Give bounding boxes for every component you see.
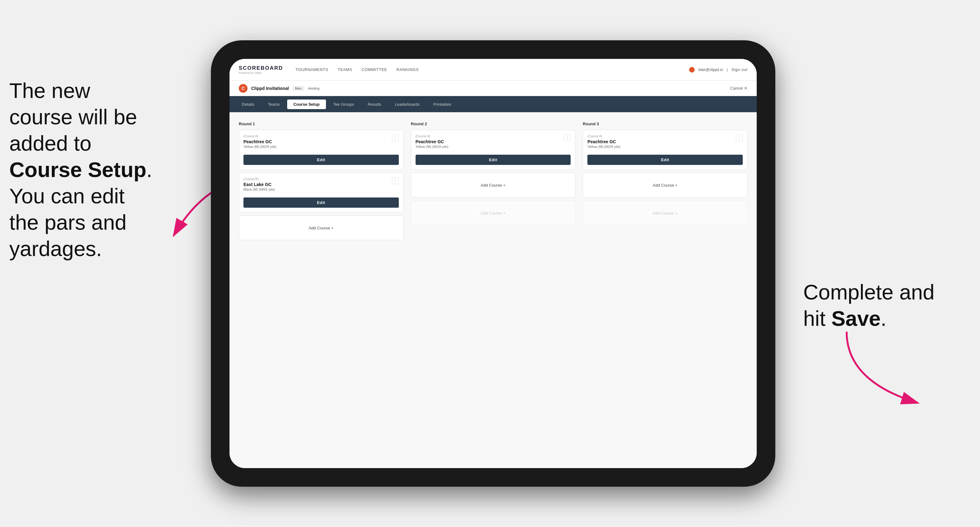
tab-teams[interactable]: Teams: [262, 100, 286, 109]
tournament-bar: C Clippd Invitational Men Hosting Cancel…: [229, 81, 757, 96]
tab-course-setup[interactable]: Course Setup: [287, 100, 326, 109]
user-avatar: [689, 67, 695, 73]
scoreboard-logo: SCOREBOARD Powered by clippd: [239, 65, 283, 75]
tab-details[interactable]: Details: [236, 100, 261, 109]
nav-tournaments[interactable]: TOURNAMENTS: [296, 67, 328, 72]
hosting-badge: Hosting: [308, 86, 320, 90]
round-2-add-course-2: Add Course +: [411, 200, 576, 225]
round-3-course-a-details: Yellow (M) (6629 yds): [587, 145, 620, 149]
round-2-course-a-card: (Course A) Peachtree GC Yellow (M) (6629…: [411, 130, 576, 170]
nav-rankings[interactable]: RANKINGS: [396, 67, 419, 72]
round-3-add-course-2: Add Course +: [583, 200, 748, 225]
round-3-course-a-card: (Course A) Peachtree GC Yellow (M) (6629…: [583, 130, 748, 170]
card-actions-b: ⋮: [392, 177, 399, 184]
round-2-add-course-1[interactable]: Add Course +: [411, 173, 576, 197]
round-2-course-a-name: Peachtree GC: [415, 139, 449, 144]
round-1-course-a-card: (Course A) Peachtree GC Yellow (M) (6629…: [239, 130, 404, 170]
cancel-icon: ✕: [744, 86, 748, 90]
round-3-add-course-1-text: Add Course +: [653, 183, 678, 187]
r3-card-action-btn[interactable]: ⋮: [736, 135, 743, 141]
round-3-column: Round 3 (Course A) Peachtree GC Yellow (…: [583, 122, 748, 243]
card-header: (Course A) Peachtree GC Yellow (M) (6629…: [243, 135, 399, 152]
arrow-right-icon: [831, 325, 949, 419]
round-3-add-course-1[interactable]: Add Course +: [583, 173, 748, 197]
powered-by: Powered by clippd: [239, 71, 283, 75]
r2-card-actions: ⋮: [564, 135, 571, 141]
tab-printables[interactable]: Printables: [427, 100, 457, 109]
round-1-course-b-details: Black (M) (6891 yds): [243, 187, 275, 191]
main-content: Round 1 (Course A) Peachtree GC Yellow (…: [229, 112, 757, 468]
round-1-course-b-edit-btn[interactable]: Edit: [243, 197, 399, 208]
tournament-name: Clippd Invitational: [251, 86, 289, 91]
round-1-column: Round 1 (Course A) Peachtree GC Yellow (…: [239, 122, 404, 243]
round-3-add-course-2-text: Add Course +: [653, 211, 678, 216]
tournament-logo: C: [239, 84, 248, 93]
nav-left: SCOREBOARD Powered by clippd TOURNAMENTS…: [239, 65, 419, 75]
round-1-course-b-card: (Course B) East Lake GC Black (M) (6891 …: [239, 173, 404, 212]
cancel-button[interactable]: Cancel ✕: [730, 86, 748, 90]
nav-separator: |: [727, 68, 727, 72]
annotation-right: Complete and hit Save.: [803, 279, 971, 332]
nav-right: blair@clippd.io | Sign out: [689, 67, 748, 73]
round-2-column: Round 2 (Course A) Peachtree GC Yellow (…: [411, 122, 576, 243]
cancel-label: Cancel: [730, 86, 743, 90]
sign-out-link[interactable]: Sign out: [731, 67, 748, 72]
card-action-btn-b[interactable]: ⋮: [392, 177, 399, 184]
round-1-label: Round 1: [239, 122, 404, 126]
tablet-screen: SCOREBOARD Powered by clippd TOURNAMENTS…: [229, 59, 757, 468]
top-nav: SCOREBOARD Powered by clippd TOURNAMENTS…: [229, 59, 757, 81]
card-header-b: (Course B) East Lake GC Black (M) (6891 …: [243, 177, 399, 195]
rounds-grid: Round 1 (Course A) Peachtree GC Yellow (…: [239, 122, 748, 243]
round-2-course-a-label: (Course A): [415, 135, 449, 138]
tournament-badge: Men: [293, 86, 304, 91]
tab-tee-groups[interactable]: Tee Groups: [327, 100, 360, 109]
round-1-course-a-details: Yellow (M) (6629 yds): [243, 145, 276, 149]
round-3-label: Round 3: [583, 122, 748, 126]
round-2-add-course-1-text: Add Course +: [481, 183, 506, 187]
tournament-info: C Clippd Invitational Men Hosting: [239, 84, 320, 93]
round-1-course-a-label: (Course A): [243, 135, 276, 138]
nav-committee[interactable]: COMMITTEE: [362, 67, 387, 72]
round-1-course-a-edit-btn[interactable]: Edit: [243, 155, 399, 165]
r3-card-actions: ⋮: [736, 135, 743, 141]
round-3-course-a-edit-btn[interactable]: Edit: [587, 155, 743, 165]
round-1-course-b-name: East Lake GC: [243, 182, 275, 187]
round-1-add-course-text: Add Course +: [309, 226, 333, 230]
logo-title: SCOREBOARD: [239, 65, 283, 71]
round-2-add-course-2-text: Add Course +: [481, 211, 506, 216]
r3-card-header: (Course A) Peachtree GC Yellow (M) (6629…: [587, 135, 743, 152]
card-action-btn[interactable]: ⋮: [392, 135, 399, 141]
user-email: blair@clippd.io: [698, 68, 723, 72]
nav-links: TOURNAMENTS TEAMS COMMITTEE RANKINGS: [296, 67, 419, 72]
r2-card-header: (Course A) Peachtree GC Yellow (M) (6629…: [415, 135, 571, 152]
r2-card-action-btn[interactable]: ⋮: [564, 135, 571, 141]
tab-results[interactable]: Results: [362, 100, 387, 109]
round-2-course-a-details: Yellow (M) (6629 yds): [415, 145, 449, 149]
round-3-course-a-name: Peachtree GC: [587, 139, 620, 144]
tablet-device: SCOREBOARD Powered by clippd TOURNAMENTS…: [211, 40, 775, 487]
round-1-course-a-name: Peachtree GC: [243, 139, 276, 144]
tab-bar: Details Teams Course Setup Tee Groups Re…: [229, 96, 757, 112]
nav-teams[interactable]: TEAMS: [337, 67, 352, 72]
round-2-label: Round 2: [411, 122, 576, 126]
round-2-course-a-edit-btn[interactable]: Edit: [415, 155, 571, 165]
round-1-add-course[interactable]: Add Course +: [239, 216, 404, 240]
card-actions: ⋮: [392, 135, 399, 141]
tab-leaderboards[interactable]: Leaderboards: [388, 100, 426, 109]
round-1-course-b-label: (Course B): [243, 177, 275, 181]
round-3-course-a-label: (Course A): [587, 135, 620, 138]
